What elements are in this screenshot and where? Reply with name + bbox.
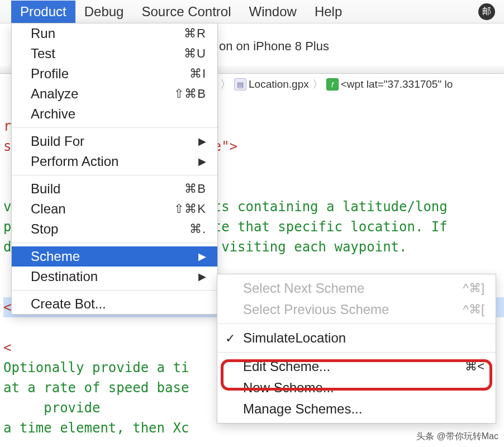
code-text: provide (3, 400, 100, 416)
submenu-manage-schemes[interactable]: Manage Schemes... (217, 398, 496, 420)
menu-item-stop[interactable]: Stop⌘. (12, 219, 217, 239)
chevron-right-icon: ▶ (198, 270, 206, 283)
code-text: e visiting each waypoint. (205, 239, 407, 255)
chevron-right-icon: ▶ (198, 135, 206, 148)
menu-item-perform-action[interactable]: Perform Action▶ (12, 151, 217, 172)
menu-item-destination[interactable]: Destination▶ (12, 267, 217, 287)
menu-item-clean[interactable]: Clean⇧⌘K (12, 199, 217, 219)
code-text: a time element, then Xc (3, 420, 189, 436)
scheme-target-text: on on iPhone 8 Plus (219, 39, 329, 54)
menu-window[interactable]: Window (240, 1, 306, 23)
menu-item-scheme[interactable]: Scheme▶ (12, 246, 217, 267)
menu-item-analyze[interactable]: Analyze⇧⌘B (12, 84, 217, 104)
code-text: < (3, 340, 11, 355)
breadcrumb-file[interactable]: Location.gpx (249, 78, 309, 91)
menu-separator (12, 175, 217, 175)
menu-separator (217, 352, 496, 353)
menu-item-build[interactable]: Build⌘B (12, 179, 217, 199)
check-icon: ✓ (225, 331, 235, 346)
chevron-right-icon: 〉 (311, 77, 324, 92)
menu-item-create-bot[interactable]: Create Bot... (12, 294, 217, 314)
menu-item-run[interactable]: Run⌘R (12, 23, 217, 44)
menu-separator (12, 127, 217, 128)
menu-help[interactable]: Help (306, 1, 351, 23)
menu-item-test[interactable]: Test⌘U (12, 44, 217, 64)
watermark-text: 头条 @带你玩转Mac (416, 431, 498, 443)
product-menu-dropdown: Run⌘R Test⌘U Profile⌘I Analyze⇧⌘B Archiv… (11, 23, 218, 315)
menubar: Product Debug Source Control Window Help… (0, 0, 504, 23)
scheme-submenu: Select Next Scheme^⌘] Select Previous Sc… (217, 274, 496, 424)
code-text: nts containing a latitude/long (205, 199, 447, 215)
menu-item-archive[interactable]: Archive (12, 104, 217, 124)
breadcrumb[interactable]: 〉 ▤ Location.gpx 〉 f <wpt lat="37.331705… (219, 77, 453, 92)
menu-separator (12, 290, 217, 291)
code-text: ate that specific location. If (205, 219, 447, 235)
submenu-select-previous-scheme: Select Previous Scheme^⌘[ (217, 299, 496, 320)
chevron-right-icon: ▶ (198, 250, 206, 263)
menu-separator (12, 242, 217, 243)
menu-separator (217, 324, 496, 324)
submenu-new-scheme[interactable]: New Scheme... (217, 377, 496, 398)
chevron-right-icon: ▶ (198, 155, 206, 168)
submenu-simulate-location[interactable]: ✓SimulateLocation (217, 327, 496, 349)
menu-source-control[interactable]: Source Control (132, 1, 240, 23)
menu-debug[interactable]: Debug (75, 1, 133, 23)
function-icon: f (326, 78, 339, 91)
menu-item-profile[interactable]: Profile⌘I (12, 64, 217, 84)
submenu-select-next-scheme: Select Next Scheme^⌘] (217, 278, 496, 299)
menu-item-build-for[interactable]: Build For▶ (12, 131, 217, 151)
menu-product[interactable]: Product (11, 1, 75, 23)
chevron-right-icon: 〉 (219, 77, 232, 92)
submenu-edit-scheme[interactable]: Edit Scheme...⌘< (217, 356, 496, 377)
code-text: at a rate of speed base (3, 380, 189, 396)
breadcrumb-tag[interactable]: <wpt lat="37.331705" lo (341, 78, 453, 91)
mail-icon[interactable]: 邮 (478, 3, 495, 20)
file-icon: ▤ (234, 78, 246, 91)
